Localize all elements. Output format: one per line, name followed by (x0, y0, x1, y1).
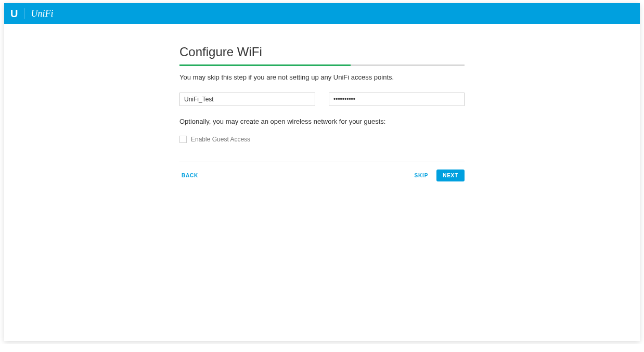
footer-row: BACK SKIP NEXT (179, 170, 465, 181)
footer-right-group: SKIP NEXT (413, 170, 465, 181)
password-input[interactable] (329, 93, 465, 106)
ssid-input[interactable] (179, 93, 315, 106)
top-bar: U UniFi (4, 3, 640, 24)
step-description: You may skip this step if you are not se… (179, 73, 465, 81)
guest-access-checkbox[interactable] (179, 136, 187, 143)
page-title: Configure WiFi (179, 45, 465, 59)
footer-divider: BACK SKIP NEXT (179, 162, 465, 181)
next-button[interactable]: NEXT (436, 170, 465, 181)
unifi-wordmark: UniFi (31, 9, 53, 18)
app-window: U UniFi Configure WiFi You may skip this… (4, 3, 640, 341)
skip-button[interactable]: SKIP (413, 170, 431, 181)
wizard-panel: Configure WiFi You may skip this step if… (179, 45, 465, 181)
wifi-input-row (179, 93, 465, 106)
guest-network-hint: Optionally, you may create an open wirel… (179, 118, 465, 125)
progress-bar (179, 64, 465, 66)
back-button[interactable]: BACK (179, 170, 200, 181)
ubiquiti-logo-icon: U (10, 8, 24, 19)
guest-access-label[interactable]: Enable Guest Access (191, 136, 250, 143)
progress-fill (179, 64, 351, 66)
guest-access-row: Enable Guest Access (179, 136, 465, 143)
